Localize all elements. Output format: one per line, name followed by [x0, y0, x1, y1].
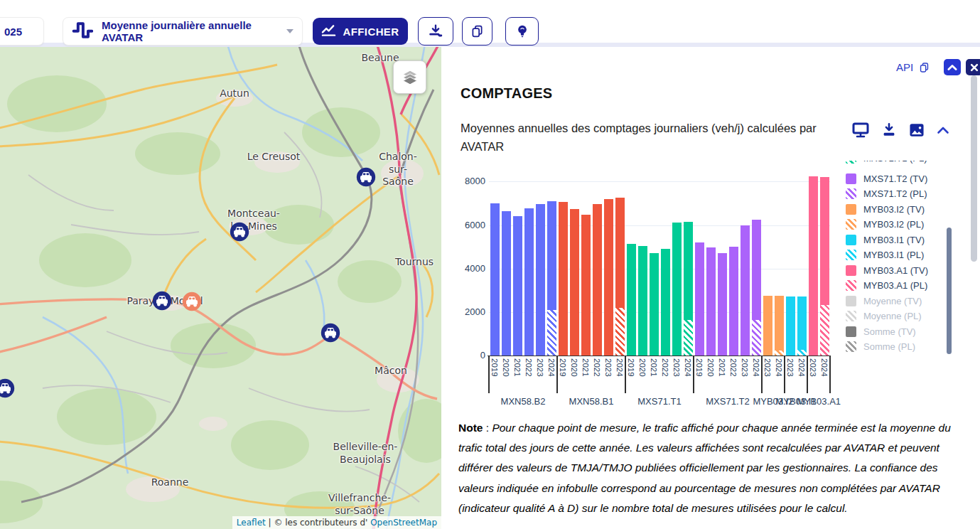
bar-MYB03.I1-2023-TV[interactable]: [786, 296, 795, 356]
bar-MXS71.T2-2022-TV[interactable]: [729, 247, 738, 356]
traffic-station-marker[interactable]: [181, 291, 203, 312]
x-tick-label: 2021: [718, 358, 726, 392]
map-city-label: Villefranche- sur-Saône: [328, 492, 391, 517]
copy-button[interactable]: [462, 17, 492, 46]
car-icon: [181, 291, 203, 312]
x-tick-label: 2020: [706, 358, 715, 392]
bar-MXN58.B1-2024-PL[interactable]: [615, 308, 625, 356]
x-tick-label: 2022: [661, 358, 669, 392]
bar-MXS71.T2-2020-TV[interactable]: [706, 247, 716, 356]
legend-item[interactable]: MYB03.A1 (TV): [846, 264, 928, 276]
x-tick-label: 2019: [627, 358, 635, 392]
bar-MXS71.T2-2019-TV[interactable]: [695, 242, 704, 356]
bar-MXS71.T2-2023-TV[interactable]: [741, 225, 750, 356]
bar-MXN58.B2-2022-TV[interactable]: [524, 208, 534, 356]
gridline: [489, 181, 830, 182]
bar-MXN58.B1-2023-TV[interactable]: [604, 199, 613, 356]
legend-label: MYB03.A1 (PL): [863, 280, 927, 291]
bar-MXN58.B2-2021-TV[interactable]: [513, 216, 522, 356]
afficher-button[interactable]: AFFICHER: [313, 18, 408, 45]
layers-control[interactable]: [393, 60, 426, 94]
bar-MXN58.B1-2021-TV[interactable]: [581, 215, 591, 356]
group-label-MXN58.B2: MXN58.B2: [501, 396, 546, 407]
pulse-icon: [72, 20, 93, 43]
collapse-chart-icon[interactable]: [937, 125, 949, 135]
bar-MXS71.T1-2019-TV[interactable]: [627, 244, 636, 356]
legend-swatch: [846, 296, 856, 306]
traffic-station-marker[interactable]: [151, 290, 173, 311]
date-box-partial[interactable]: 025: [0, 17, 44, 46]
x-tick-label: 2023: [741, 358, 749, 392]
legend-item[interactable]: MXS71.T2 (TV): [846, 173, 927, 184]
legend-item[interactable]: MYB03.I2 (TV): [846, 203, 925, 215]
x-tick-label: 2023: [604, 358, 613, 392]
legend-label: MXS71.T2 (PL): [863, 188, 927, 199]
bar-MXN58.B2-2024-PL[interactable]: [547, 310, 556, 356]
legend-item[interactable]: Somme (TV): [846, 326, 916, 337]
chevron-up-icon: [947, 63, 957, 72]
bar-MYB03.A1-2023-TV[interactable]: [809, 176, 818, 356]
close-panel-button[interactable]: [966, 59, 980, 75]
x-tick-label: 2024: [615, 358, 624, 392]
bar-MYB03.I2-2024-TV[interactable]: [775, 296, 784, 356]
group-divider: [488, 356, 490, 393]
leaflet-link[interactable]: Leaflet: [237, 518, 266, 528]
bar-MXN58.B1-2020-TV[interactable]: [570, 209, 579, 356]
osm-link[interactable]: OpenStreetMap: [370, 518, 437, 528]
panel-scrollbar[interactable]: [971, 75, 977, 262]
bar-MXN58.B2-2020-TV[interactable]: [502, 211, 511, 356]
bar-MXS71.T1-2021-TV[interactable]: [650, 253, 659, 356]
legend-label: MYB03.I1 (PL): [863, 250, 924, 260]
map-city-label: Belleville-en- Beaujolais: [333, 441, 398, 466]
download-button[interactable]: [418, 17, 453, 46]
bar-MXN58.B1-2019-TV[interactable]: [559, 202, 568, 356]
bar-MXS71.T1-2020-TV[interactable]: [638, 246, 647, 356]
collapse-panel-button[interactable]: [944, 59, 961, 75]
x-tick-label: 2020: [570, 358, 578, 392]
bar-MXN58.B2-2023-TV[interactable]: [536, 204, 545, 356]
bar-MYB03.I1-2024-PL[interactable]: [797, 350, 807, 356]
legend-item[interactable]: MYB03.A1 (PL): [846, 280, 927, 292]
traffic-station-marker[interactable]: [229, 221, 250, 242]
bar-MXS71.T1-2023-TV[interactable]: [672, 223, 682, 356]
download-chart-icon[interactable]: [881, 122, 897, 138]
group-label-MXN58.B1: MXN58.B1: [569, 396, 614, 407]
bar-MXS71.T2-2024-PL[interactable]: [752, 320, 761, 356]
bar-MXN58.B1-2022-TV[interactable]: [593, 204, 602, 356]
x-tick-label: 2022: [593, 358, 601, 392]
legend-item[interactable]: MYB03.I1 (PL): [846, 250, 924, 261]
fullscreen-icon[interactable]: [852, 122, 869, 138]
tips-button[interactable]: [505, 17, 539, 46]
api-copy-icon[interactable]: [918, 61, 930, 74]
bar-MXN58.B2-2019-TV[interactable]: [490, 203, 500, 356]
api-link[interactable]: API: [896, 61, 913, 73]
traffic-station-marker[interactable]: [0, 378, 16, 399]
legend-item[interactable]: Moyenne (PL): [846, 311, 922, 322]
chart-note: Note : Pour chaque point de mesure, le t…: [458, 418, 966, 518]
bar-MXS71.T2-2021-TV[interactable]: [718, 253, 727, 356]
traffic-station-marker[interactable]: [320, 322, 341, 343]
chart-legend: MXS71.T1 (PL)MXS71.T2 (TV)MXS71.T2 (PL)M…: [843, 161, 949, 404]
bar-MYB03.I1-2024-TV[interactable]: [797, 296, 807, 356]
legend-item[interactable]: MXS71.T2 (PL): [846, 188, 927, 200]
image-export-icon[interactable]: [909, 123, 925, 137]
bar-MXS71.T1-2022-TV[interactable]: [661, 249, 670, 356]
legend-item[interactable]: MXS71.T1 (PL): [846, 161, 927, 164]
bar-MYB03.I2-2024-PL[interactable]: [775, 351, 784, 356]
date-partial-text: 025: [4, 26, 22, 38]
x-tick-label: 2023: [763, 358, 772, 392]
bar-MYB03.A1-2024-PL[interactable]: [820, 305, 829, 356]
legend-scrollbar[interactable]: [947, 228, 952, 354]
legend-item[interactable]: MYB03.I2 (PL): [846, 219, 924, 230]
x-tick-label: 2022: [729, 358, 738, 392]
legend-item[interactable]: Somme (PL): [846, 341, 915, 353]
bar-MYB03.I2-2023-TV[interactable]: [763, 296, 772, 356]
traffic-station-marker[interactable]: [355, 166, 377, 188]
x-tick-label: 2023: [786, 358, 795, 392]
legend-item[interactable]: MYB03.I1 (TV): [846, 234, 925, 245]
indicator-dropdown[interactable]: Moyenne journalière annuelle AVATAR: [63, 17, 303, 46]
bar-MXS71.T1-2024-PL[interactable]: [684, 320, 693, 356]
legend-item[interactable]: Moyenne (TV): [846, 295, 922, 306]
map-city-label: Mâcon: [375, 365, 407, 378]
leaflet-map[interactable]: BeauneAutunLe CreusotChalon-sur- SaôneMo…: [0, 47, 441, 529]
